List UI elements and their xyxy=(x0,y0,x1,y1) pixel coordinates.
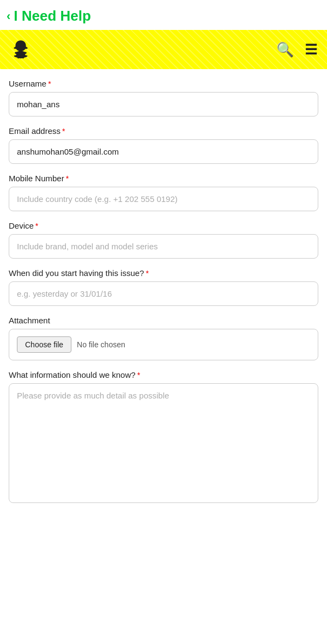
device-label: Device * xyxy=(9,221,318,230)
mobile-field-group: Mobile Number * xyxy=(9,174,318,211)
email-field-group: Email address * xyxy=(9,126,318,164)
email-input[interactable] xyxy=(9,139,318,164)
device-required: * xyxy=(35,222,38,230)
back-chevron-icon[interactable]: ‹ xyxy=(7,10,10,22)
info-field-group: What information should we know? * xyxy=(9,370,318,505)
issue-date-required: * xyxy=(146,269,148,278)
username-required: * xyxy=(48,79,51,88)
email-label: Email address * xyxy=(9,126,318,136)
snapchat-banner: 🔍 ☰ xyxy=(0,30,327,69)
device-input[interactable] xyxy=(9,234,318,259)
device-field-group: Device * xyxy=(9,221,318,259)
no-file-text: No file chosen xyxy=(77,340,125,349)
page-title: I Need Help xyxy=(14,8,91,24)
search-icon[interactable]: 🔍 xyxy=(276,41,294,58)
attachment-field-group: Attachment Choose file No file chosen xyxy=(9,316,318,360)
issue-date-input[interactable] xyxy=(9,281,318,306)
info-label: What information should we know? * xyxy=(9,370,318,379)
mobile-label: Mobile Number * xyxy=(9,174,318,183)
attachment-box: Choose file No file chosen xyxy=(9,329,318,360)
choose-file-button[interactable]: Choose file xyxy=(17,336,71,353)
username-label: Username * xyxy=(9,79,318,88)
issue-date-label: When did you start having this issue? * xyxy=(9,268,318,278)
mobile-input[interactable] xyxy=(9,187,318,211)
username-field-group: Username * xyxy=(9,79,318,116)
snapchat-logo-icon xyxy=(10,39,32,60)
attachment-label: Attachment xyxy=(9,316,318,325)
mobile-required: * xyxy=(66,174,69,183)
info-required: * xyxy=(137,371,140,379)
info-textarea[interactable] xyxy=(9,383,318,503)
help-form: Username * Email address * Mobile Number… xyxy=(0,69,327,528)
issue-date-field-group: When did you start having this issue? * xyxy=(9,268,318,306)
back-navigation: ‹ I Need Help xyxy=(0,0,327,30)
banner-actions: 🔍 ☰ xyxy=(276,41,317,58)
username-input[interactable] xyxy=(9,92,318,116)
email-required: * xyxy=(62,127,65,136)
hamburger-menu-icon[interactable]: ☰ xyxy=(305,41,317,58)
